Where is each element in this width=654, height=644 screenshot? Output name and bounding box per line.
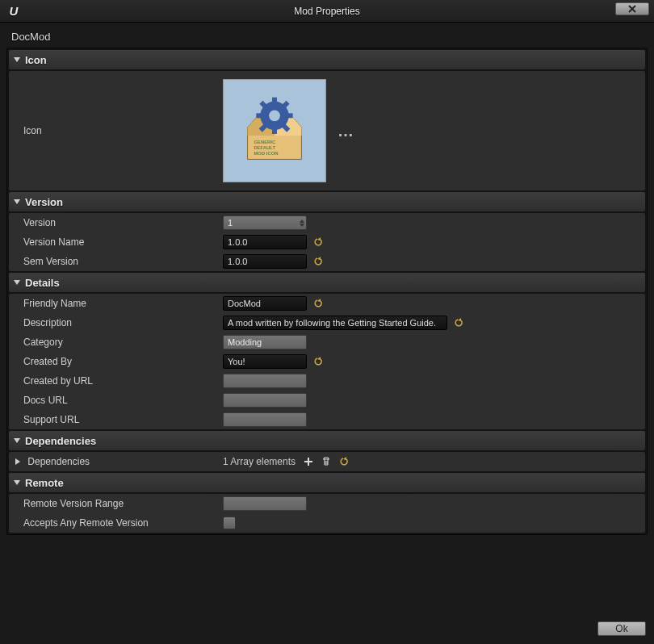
svg-rect-4 — [256, 113, 264, 118]
property-label: Accepts Any Remote Version — [9, 517, 223, 529]
trash-icon — [321, 457, 331, 466]
section-header-remote[interactable]: Remote — [9, 473, 645, 492]
docs-url-field[interactable] — [223, 393, 307, 408]
remote-version-range-field[interactable] — [223, 496, 307, 511]
reset-button[interactable] — [313, 299, 323, 308]
description-field[interactable] — [223, 316, 447, 330]
ok-button[interactable]: Ok — [597, 621, 646, 636]
svg-rect-3 — [272, 126, 277, 134]
category-field[interactable] — [223, 335, 307, 349]
reset-button[interactable] — [313, 357, 323, 366]
expand-icon — [14, 480, 20, 485]
reset-button[interactable] — [454, 318, 463, 328]
reset-button[interactable] — [313, 257, 323, 266]
created-by-field[interactable] — [223, 354, 307, 369]
reset-icon — [454, 318, 463, 328]
add-element-button[interactable] — [304, 457, 313, 466]
property-label: Version Name — [9, 236, 223, 248]
version-field[interactable]: 1 — [223, 215, 307, 230]
clear-array-button[interactable] — [321, 457, 331, 466]
reset-icon — [313, 299, 323, 308]
property-label: Friendly Name — [9, 298, 223, 309]
property-label: Created By — [9, 356, 223, 367]
section-title: Details — [25, 277, 60, 289]
expand-icon — [14, 280, 20, 285]
property-label: Created by URL — [9, 375, 223, 387]
browse-icon-button[interactable]: … — [337, 128, 352, 134]
array-count-label: 1 Array elements — [223, 456, 296, 467]
property-label: Description — [9, 317, 223, 328]
svg-text:DEFAULT: DEFAULT — [254, 145, 275, 150]
titlebar: U Mod Properties — [0, 0, 654, 23]
expand-icon — [15, 458, 20, 465]
unreal-logo-icon: U — [5, 2, 23, 20]
support-url-field[interactable] — [223, 412, 307, 427]
section-title: Dependencies — [25, 435, 96, 447]
svg-point-10 — [269, 110, 280, 121]
svg-text:MOD ICON: MOD ICON — [254, 151, 278, 156]
reset-icon — [313, 357, 323, 366]
accepts-any-remote-checkbox[interactable] — [223, 516, 236, 529]
reset-icon — [313, 257, 323, 266]
property-label: Support URL — [9, 414, 223, 425]
spinner-handles-icon[interactable] — [300, 216, 304, 229]
plus-icon — [304, 457, 313, 466]
reset-button[interactable] — [313, 237, 323, 247]
property-label: Remote Version Range — [9, 498, 223, 509]
section-header-icon[interactable]: Icon — [9, 50, 645, 69]
reset-icon — [339, 457, 349, 466]
version-name-field[interactable] — [223, 235, 307, 249]
section-header-dependencies[interactable]: Dependencies — [9, 431, 645, 450]
mod-icon-preview[interactable]: GENERIC DEFAULT MOD ICON — [223, 79, 326, 182]
created-by-url-field[interactable] — [223, 374, 307, 388]
property-label: Sem Version — [9, 256, 223, 267]
sem-version-field[interactable] — [223, 254, 307, 269]
section-title: Icon — [25, 54, 47, 66]
svg-rect-2 — [272, 98, 277, 106]
expand-icon — [14, 199, 20, 204]
friendly-name-field[interactable] — [223, 296, 307, 311]
section-header-details[interactable]: Details — [9, 273, 645, 292]
expand-icon — [14, 57, 20, 62]
reset-button[interactable] — [339, 457, 349, 466]
window-title: Mod Properties — [0, 6, 654, 17]
properties-panel: Icon Icon — [6, 48, 648, 535]
expand-icon — [14, 438, 20, 443]
property-label-dependencies[interactable]: Dependencies — [9, 456, 223, 467]
section-header-version[interactable]: Version — [9, 192, 645, 211]
property-label: Docs URL — [9, 395, 223, 406]
section-title: Remote — [25, 477, 64, 489]
section-title: Version — [25, 196, 63, 208]
svg-rect-5 — [285, 113, 293, 118]
close-icon — [628, 5, 636, 13]
property-label: Version — [9, 217, 223, 228]
mod-name-label: DocMod — [11, 31, 648, 43]
svg-text:GENERIC: GENERIC — [254, 140, 276, 144]
property-label: Category — [9, 337, 223, 348]
property-label-icon: Icon — [9, 125, 223, 136]
reset-icon — [313, 237, 323, 247]
close-button[interactable] — [615, 2, 649, 15]
